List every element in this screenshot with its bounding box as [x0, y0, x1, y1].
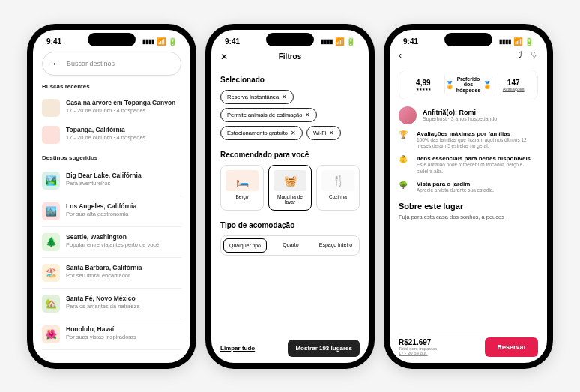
item-title: Topanga, Califórnia — [66, 126, 181, 134]
clear-all-link[interactable]: Limpar tudo — [220, 345, 255, 352]
phone-search: 9:41 ▮▮▮▮📶🔋 ← Buscar destinos Buscas rec… — [27, 24, 196, 369]
filter-bottom-bar: Limpar tudo Mostrar 193 lugares — [220, 335, 360, 357]
filter-header: ✕ Filtros — [220, 47, 360, 70]
rating-badge-row[interactable]: 4,99 ★★★★★ 🏅 Preferido dos hóspedes 🏅 14… — [399, 70, 538, 100]
notch — [88, 33, 136, 46]
feature-title: Vista para o jardim — [417, 181, 494, 187]
book-button[interactable]: Reservar — [485, 337, 538, 357]
rec-label: Berço — [226, 194, 259, 200]
back-arrow-icon[interactable]: ‹ — [399, 50, 402, 61]
screen: 9:41 ▮▮▮▮📶🔋 ← Buscar destinos Buscas rec… — [33, 30, 190, 363]
screen: 9:41 ▮▮▮▮📶🔋 ‹ ⤴ ♡ 4,99 ★★★★★ 🏅 Preferido… — [390, 30, 547, 363]
place-icon: 🌺 — [42, 325, 60, 343]
item-title: Honolulu, Havaí — [66, 325, 181, 334]
about-text: Fuja para esta casa dos sonhos, a poucos — [399, 214, 538, 220]
chip-remove-icon[interactable]: ✕ — [291, 130, 296, 136]
notch — [266, 33, 314, 46]
suggested-item[interactable]: 🏞️Big Bear Lake, CalifórniaPara aventure… — [42, 166, 181, 196]
chip-remove-icon[interactable]: ✕ — [305, 112, 310, 118]
show-places-button[interactable]: Mostrar 193 lugares — [288, 340, 360, 357]
listing-top-bar: ‹ ⤴ ♡ — [399, 47, 538, 64]
reviews-col: 147 Avaliações — [492, 79, 534, 91]
item-sub: Para os amantes da natureza — [66, 303, 181, 310]
back-arrow-icon[interactable]: ← — [52, 58, 61, 69]
feature-row: 🌳Vista para o jardimAprecie a vista dura… — [399, 181, 538, 193]
status-time: 9:41 — [46, 37, 61, 46]
chip-label: Wi-Fi — [313, 130, 327, 136]
laurel-icon: 🏅 — [445, 81, 454, 89]
status-time: 9:41 — [225, 37, 240, 46]
chip-label: Estacionamento gratuito — [227, 130, 288, 136]
filter-chip[interactable]: Permite animais de estimação✕ — [220, 108, 317, 122]
item-title: Seattle, Washington — [66, 233, 181, 241]
feature-row: 🏆Avaliações máximas por famílias100% das… — [399, 130, 538, 150]
stars-icon: ★★★★★ — [402, 87, 444, 91]
item-sub: Popular entre viajantes perto de você — [66, 241, 181, 249]
filter-chip[interactable]: Estacionamento gratuito✕ — [220, 126, 303, 140]
preferred-col: 🏅 Preferido dos hóspedes 🏅 — [444, 76, 493, 94]
notch — [444, 33, 492, 46]
status-icons: ▮▮▮▮📶🔋 — [321, 37, 355, 46]
screen: 9:41 ▮▮▮▮📶🔋 ✕ Filtros Selecionado Reserv… — [211, 30, 369, 363]
phone-listing: 9:41 ▮▮▮▮📶🔋 ‹ ⤴ ♡ 4,99 ★★★★★ 🏅 Preferido… — [384, 24, 553, 369]
rec-card[interactable]: 🛏️Berço — [220, 165, 264, 211]
suggested-item[interactable]: 🏙️Los Angeles, CalifórniaPor sua alta ga… — [42, 196, 181, 227]
rec-icon: 🛏️ — [226, 170, 259, 191]
rec-label: Máquina de lavar — [274, 194, 306, 206]
host-avatar — [399, 106, 417, 124]
search-placeholder: Buscar destinos — [67, 60, 115, 67]
phone-filters: 9:41 ▮▮▮▮📶🔋 ✕ Filtros Selecionado Reserv… — [205, 24, 375, 369]
feature-icon: 🌳 — [399, 181, 411, 193]
about-header: Sobre este lugar — [399, 202, 538, 211]
item-title: Los Angeles, Califórnia — [66, 202, 181, 211]
rec-label: Cozinha — [321, 194, 354, 200]
recent-item[interactable]: Casa na árvore em Topanga Canyon17 - 20 … — [42, 94, 181, 121]
type-header: Tipo de acomodação — [220, 221, 360, 229]
booking-bar: R$21.697 Total sem impostos 17 - 20 de o… — [399, 331, 538, 357]
place-icon: 🏞️ — [42, 172, 60, 190]
rec-card[interactable]: 🍴Cozinha — [316, 165, 360, 211]
item-sub: Por suas vistas inspiradoras — [66, 334, 181, 341]
chip-remove-icon[interactable]: ✕ — [282, 94, 287, 100]
item-sub: 17 - 20 de outubro · 4 hóspedes — [66, 134, 181, 142]
feature-row: 👶Itens essenciais para bebês disponíveis… — [399, 155, 538, 175]
recent-item[interactable]: Topanga, Califórnia17 - 20 de outubro · … — [42, 121, 181, 148]
suggested-header: Destinos sugeridos — [42, 154, 181, 161]
suggested-item[interactable]: 🌲Seattle, WashingtonPopular entre viajan… — [42, 227, 181, 258]
feature-desc: Aprecie a vista durante sua estadia. — [417, 187, 494, 193]
place-icon: 🌲 — [42, 233, 60, 251]
place-thumb-icon — [42, 99, 60, 117]
status-icons: ▮▮▮▮📶🔋 — [499, 37, 534, 46]
host-row[interactable]: Anfitriã(o): Romi Superhost · 3 anos hos… — [399, 106, 538, 124]
type-option[interactable]: Qualquer tipo — [223, 238, 267, 253]
filter-chip[interactable]: Reserva Instantânea✕ — [220, 90, 294, 104]
heart-icon[interactable]: ♡ — [531, 50, 538, 60]
price-dates[interactable]: 17 - 20 de out. — [399, 351, 437, 355]
share-icon[interactable]: ⤴ — [519, 50, 523, 60]
suggested-item[interactable]: 🏡Santa Fé, Novo MéxicoPara os amantes da… — [42, 289, 181, 319]
search-input[interactable]: ← Buscar destinos — [42, 52, 181, 76]
rec-card[interactable]: 🧺Máquina de lavar — [268, 165, 312, 211]
type-option[interactable]: Espaço inteiro — [315, 238, 357, 253]
chip-label: Reserva Instantânea — [227, 94, 279, 100]
feature-title: Avaliações máximas por famílias — [417, 130, 538, 137]
place-icon: 🏡 — [42, 295, 60, 313]
feature-icon: 👶 — [399, 155, 411, 175]
type-option[interactable]: Quarto — [270, 238, 312, 253]
feature-desc: 100% das famílias que ficaram aqui nos ú… — [417, 137, 538, 150]
place-thumb-icon — [42, 126, 60, 144]
chip-remove-icon[interactable]: ✕ — [329, 130, 334, 136]
recent-header: Buscas recentes — [42, 83, 181, 90]
item-sub: Para aventureiros — [66, 180, 181, 187]
laurel-icon: 🏅 — [483, 81, 492, 89]
host-sub: Superhost · 3 anos hospedando — [423, 116, 497, 121]
suggested-item[interactable]: 🌺Honolulu, HavaíPor suas vistas inspirad… — [42, 319, 181, 350]
suggested-item[interactable]: 🏖️Santa Barbara, CalifórniaPor seu litor… — [42, 258, 181, 289]
status-icons: ▮▮▮▮📶🔋 — [142, 37, 177, 46]
item-sub: 17 - 20 de outubro · 4 hóspedes — [66, 107, 181, 115]
item-title: Santa Barbara, Califórnia — [66, 264, 181, 272]
close-icon[interactable]: ✕ — [220, 52, 232, 62]
price: R$21.697 — [399, 338, 437, 346]
rec-header: Recomendado para você — [220, 151, 360, 159]
filter-chip[interactable]: Wi-Fi✕ — [306, 126, 342, 140]
